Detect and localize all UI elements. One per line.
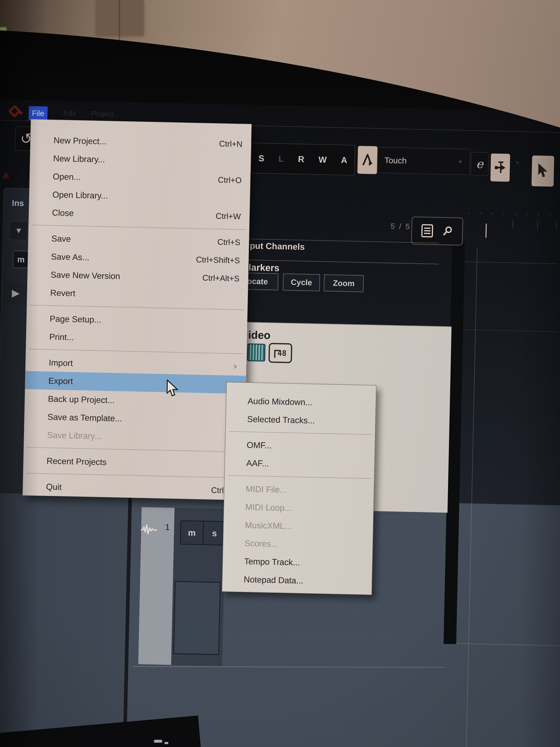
chevron-down-icon: ▼ — [457, 159, 470, 165]
video-thumbnail-toggle-icon[interactable] — [247, 343, 266, 362]
menu-separator — [228, 475, 371, 479]
zoom-button[interactable]: Zoom — [324, 274, 364, 292]
inspector-mute-button[interactable]: m — [13, 251, 29, 268]
menu-item-label: MIDI Loop... — [245, 502, 366, 514]
inspector-panel — [0, 492, 129, 747]
menu-item-label: Tempo Track... — [244, 556, 365, 569]
menu-item-shortcut: Ctrl+Shift+S — [196, 255, 240, 265]
menu-item-midi-file[interactable]: MIDI File... — [224, 479, 374, 500]
menu-item-label: Close — [52, 208, 216, 221]
menu-item-label: Selected Tracks... — [247, 414, 368, 427]
cycle-button[interactable]: Cycle — [283, 274, 320, 291]
menu-item-label: Print... — [49, 332, 238, 345]
chevron-down-icon[interactable]: ▼ — [514, 159, 521, 167]
menu-item-label: Save Library... — [47, 430, 236, 444]
inspector-title: Ins — [12, 198, 24, 208]
file-menu: New Project...Ctrl+NNew Library...Open..… — [22, 119, 251, 500]
menu-item-shortcut: Ctrl+Alt+S — [202, 273, 239, 283]
menu-item-label: Open... — [53, 171, 218, 185]
menubar-item-file[interactable]: File — [29, 106, 48, 121]
menu-separator — [26, 473, 241, 478]
search-icon[interactable] — [443, 226, 453, 236]
menubar-item-project[interactable]: Project — [91, 110, 114, 118]
menu-item-label: MusicXML... — [245, 520, 366, 533]
markers-view-controls — [411, 216, 463, 246]
markers-window-title: larkers — [248, 262, 279, 274]
automation-mode-dropdown[interactable]: Touch ▼ — [377, 147, 471, 175]
auto-punch-button[interactable] — [490, 153, 510, 182]
export-submenu: Audio Mixdown...Selected Tracks...OMF...… — [222, 382, 376, 595]
mouse-cursor — [165, 380, 179, 398]
menu-item-audio-mixdown[interactable]: Audio Mixdown... — [226, 391, 376, 413]
menu-item-label: Revert — [50, 288, 239, 302]
menu-item-label: Open Library... — [52, 189, 241, 204]
screen-artifact — [154, 740, 162, 743]
markers-counter: 5 / 5 — [391, 222, 411, 231]
menu-item-scores[interactable]: Scores... — [223, 534, 373, 555]
menu-item-label: Page Setup... — [50, 313, 239, 328]
menu-separator — [32, 225, 246, 230]
inspector-play-button[interactable]: ▶ — [4, 281, 28, 304]
frame-rate-icon[interactable]: 48 — [268, 343, 292, 363]
menu-item-omf[interactable]: OMF... — [225, 435, 375, 457]
menubar-item-edit[interactable]: Edit — [63, 109, 76, 117]
menu-item-label: Notepad Data... — [244, 574, 365, 587]
menu-item-label: AAF... — [246, 458, 367, 470]
menu-item-musicxml[interactable]: MusicXML... — [223, 515, 373, 537]
menu-item-selected-tracks[interactable]: Selected Tracks... — [226, 409, 375, 431]
automation-icon — [361, 152, 374, 169]
menu-item-label: Save As... — [51, 252, 196, 264]
automation-state-buttons: S L R W A — [251, 143, 355, 175]
solo-button[interactable]: S — [258, 153, 264, 163]
audio-event-outline[interactable] — [173, 581, 221, 655]
write-automation-button[interactable]: W — [319, 155, 327, 165]
cubase-logo-icon — [8, 105, 24, 121]
menu-item-label: New Project... — [54, 135, 219, 149]
menu-item-shortcut: Ctrl+N — [219, 139, 243, 149]
track-number: 1 — [165, 522, 170, 532]
logo-diamond — [8, 105, 21, 118]
menu-item-shortcut: Ctrl+S — [217, 237, 240, 247]
inspector-collapse-button[interactable]: ▼ — [9, 221, 28, 240]
arrow-tool-icon — [537, 163, 549, 180]
screen-artifact — [165, 742, 168, 744]
menu-item-label: MIDI File... — [246, 484, 367, 496]
menu-item-label: Audio Mixdown... — [248, 396, 369, 408]
menu-item-midi-loop[interactable]: MIDI Loop... — [224, 497, 374, 519]
menu-item-label: Scores... — [244, 538, 365, 551]
menu-separator — [27, 447, 241, 452]
mute-button[interactable]: m — [181, 521, 203, 544]
menu-item-notepad-data[interactable]: Notepad Data... — [222, 570, 372, 591]
suspend-automation-button[interactable]: A — [341, 155, 347, 165]
menu-item-label: OMF... — [246, 440, 368, 453]
menu-item-tempo-track[interactable]: Tempo Track... — [223, 551, 372, 573]
logo-dot — [19, 111, 22, 114]
read-automation-button[interactable]: R — [298, 154, 304, 164]
menu-separator — [229, 431, 372, 435]
menu-item-recent-projects[interactable]: Recent Projects> — [23, 451, 244, 474]
menu-item-aaf[interactable]: AAF... — [225, 453, 375, 475]
menu-item-label: Recent Projects — [47, 456, 231, 470]
listen-button[interactable]: L — [278, 154, 284, 164]
auto-punch-icon — [494, 161, 507, 174]
object-selection-tool-button[interactable] — [531, 155, 554, 187]
monitor-screen: ▲ File Edit Project ↺ S L R W A — [0, 0, 560, 747]
menu-item-label: Quit — [46, 482, 211, 495]
mute-solo-buttons: m s — [180, 520, 226, 546]
edit-channel-button[interactable]: e — [471, 152, 489, 176]
menu-item-label: Export — [48, 376, 233, 389]
photo-of-monitor: ▲ File Edit Project ↺ S L R W A — [0, 0, 560, 747]
screen-content: ▲ File Edit Project ↺ S L R W A — [0, 0, 560, 747]
menu-item-label: Save — [51, 233, 218, 247]
list-view-icon[interactable] — [421, 224, 433, 238]
menu-item-label: Save as Template... — [47, 412, 236, 426]
menu-item-label: Back up Project... — [48, 393, 237, 408]
automation-mode-value: Touch — [378, 155, 407, 165]
solo-button[interactable]: s — [203, 521, 226, 545]
video-track-title: ideo — [248, 329, 271, 342]
automation-panel-button[interactable] — [357, 146, 377, 174]
menu-separator — [29, 349, 243, 354]
submenu-arrow-icon: > — [234, 362, 237, 371]
audio-waveform-icon — [140, 522, 158, 536]
menu-item-label: Import — [49, 357, 233, 371]
